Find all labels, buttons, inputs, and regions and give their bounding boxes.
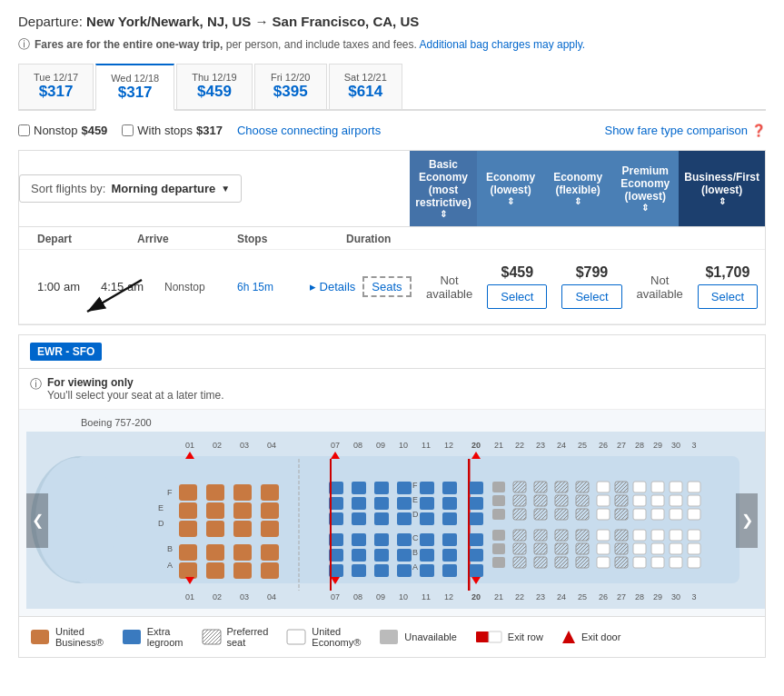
svg-text:A: A [412,562,418,572]
svg-rect-94 [420,549,434,562]
nonstop-filter[interactable]: Nonstop $459 [18,124,107,137]
seat-map-container: Boeing 757-200 ❮ ❯ 01 02 [19,410,765,616]
svg-text:08: 08 [353,441,362,450]
filter-row: Nonstop $459 With stops $317 Choose conn… [18,124,766,137]
svg-text:26: 26 [599,592,608,602]
bag-charges-link[interactable]: Additional bag charges may apply. [420,38,586,51]
svg-rect-137 [597,495,610,506]
svg-rect-159 [651,557,664,568]
svg-rect-170 [688,543,700,554]
svg-text:21: 21 [494,441,503,450]
svg-rect-43 [206,484,224,501]
svg-rect-97 [420,564,434,577]
svg-rect-154 [651,482,664,492]
svg-rect-109 [492,530,505,541]
svg-rect-127 [555,530,568,541]
svg-rect-96 [397,564,412,577]
svg-rect-64 [352,482,366,494]
choose-airports-link[interactable]: Choose connecting airports [237,124,381,137]
details-link[interactable]: ▸ Details [310,280,355,293]
svg-rect-153 [633,557,646,568]
sort-arrow-icon: ⇕ [719,196,726,206]
svg-rect-117 [513,557,526,568]
svg-rect-80 [374,564,389,577]
with-stops-checkbox[interactable] [122,124,134,136]
fare-price-eco-flex: $799 [576,264,609,281]
select-button-biz-first[interactable]: Select [698,284,758,309]
svg-rect-53 [261,521,279,537]
svg-rect-202 [287,630,305,644]
date-tab-Wed-12-18[interactable]: Wed 12/18$317 [95,64,174,111]
svg-rect-103 [469,533,483,546]
svg-rect-135 [576,557,589,568]
flight-row: 1:00 am 4:15 am Nonstop 6h 15m ▸ Details… [19,250,765,324]
svg-rect-45 [261,484,279,501]
svg-text:07: 07 [331,592,340,602]
select-button-eco-low[interactable]: Select [487,284,547,309]
svg-rect-85 [420,497,434,510]
sort-dropdown[interactable]: Sort flights by: Morning departure ▼ [19,174,242,203]
svg-text:30: 30 [671,592,680,602]
svg-rect-168 [688,509,700,520]
svg-rect-77 [374,549,389,562]
date-tab-Fri-12-20[interactable]: Fri 12/20$395 [254,64,327,109]
svg-rect-105 [469,564,483,577]
date-tab-Tue-12-17[interactable]: Tue 12/17$317 [18,64,94,109]
svg-text:03: 03 [240,592,249,602]
svg-text:22: 22 [515,592,524,602]
svg-rect-167 [688,495,700,506]
flight-section: Sort flights by: Morning departure ▼ Bas… [18,150,766,325]
svg-marker-206 [562,631,575,643]
seats-link[interactable]: Seats [362,276,411,297]
svg-rect-71 [374,512,389,525]
svg-text:29: 29 [653,592,662,602]
viewing-title: For viewing only [47,376,134,389]
svg-rect-100 [469,482,483,494]
svg-rect-131 [576,495,589,506]
svg-rect-44 [233,484,252,501]
info-icon: ⓘ [18,36,30,53]
sort-arrow-icon: ⇕ [641,203,649,213]
nonstop-checkbox[interactable] [18,124,30,136]
fare-option-eco-low: $459 Select [480,261,554,313]
svg-rect-201 [203,630,221,644]
svg-text:09: 09 [376,592,385,602]
svg-rect-143 [615,495,628,506]
fare-header-col-eco-flex: Economy(flexible)⇕ [544,151,611,226]
with-stops-filter[interactable]: With stops $317 [122,124,223,137]
scroll-left-button[interactable]: ❮ [26,493,48,548]
svg-rect-42 [179,484,197,501]
select-button-eco-flex[interactable]: Select [561,284,621,309]
svg-rect-107 [492,495,505,506]
question-icon: ❓ [751,124,766,137]
svg-rect-81 [397,482,412,494]
scroll-right-button[interactable]: ❯ [736,493,758,548]
svg-rect-148 [633,482,646,492]
date-tab-Sat-12-21[interactable]: Sat 12/21$614 [329,64,402,109]
svg-rect-90 [397,533,412,546]
legend-unavailable-label: Unavailable [404,631,456,642]
svg-text:3: 3 [691,441,696,450]
svg-text:27: 27 [617,441,626,450]
svg-rect-199 [31,630,49,644]
col-depart: Depart [37,233,101,245]
date-tab-Thu-12-19[interactable]: Thu 12/19$459 [176,64,253,109]
svg-rect-142 [615,482,628,492]
flight-duration: 6h 15m [237,281,310,293]
svg-text:24: 24 [557,441,566,450]
svg-rect-98 [442,564,457,577]
svg-rect-132 [576,509,589,520]
svg-rect-95 [442,549,457,562]
fare-comparison-link[interactable]: Show fare type comparison ❓ [604,124,766,137]
svg-rect-149 [633,495,646,506]
date-tabs: Tue 12/17$317Wed 12/18$317Thu 12/19$459F… [18,64,766,111]
svg-rect-158 [651,543,664,554]
svg-rect-134 [576,543,589,554]
legend-exit-door-label: Exit door [581,631,620,642]
svg-rect-74 [374,533,389,546]
svg-rect-160 [670,482,682,492]
fare-option-eco-flex: $799 Select [554,261,629,313]
svg-rect-102 [469,512,483,525]
svg-text:E: E [158,503,164,512]
route-badge: EWR - SFO [30,343,102,361]
